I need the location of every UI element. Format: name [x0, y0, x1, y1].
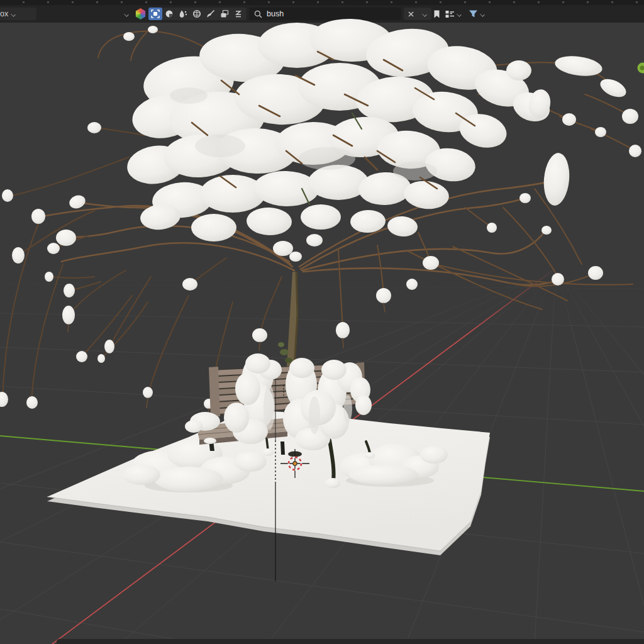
origin-dot: [293, 462, 297, 465]
editor-divider[interactable]: [57, 639, 644, 644]
blender-window: ox: [0, 0, 644, 644]
viewport-3d[interactable]: [0, 0, 644, 644]
